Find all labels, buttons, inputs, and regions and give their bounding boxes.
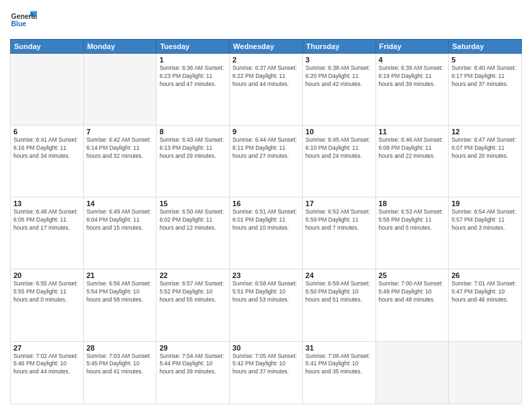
day-number: 15 — [159, 199, 226, 208]
calendar-table: Sunday Monday Tuesday Wednesday Thursday… — [10, 39, 522, 404]
logo: General Blue — [10, 7, 40, 34]
calendar-header-row: Sunday Monday Tuesday Wednesday Thursday… — [11, 40, 522, 54]
calendar-cell — [11, 54, 84, 126]
calendar-cell: 8Sunrise: 6:43 AM Sunset: 6:13 PM Daylig… — [157, 126, 230, 197]
day-info: Sunrise: 7:06 AM Sunset: 5:41 PM Dayligh… — [306, 353, 373, 377]
day-number: 23 — [232, 271, 300, 279]
day-info: Sunrise: 6:58 AM Sunset: 5:51 PM Dayligh… — [232, 280, 300, 304]
calendar-cell: 31Sunrise: 7:06 AM Sunset: 5:41 PM Dayli… — [302, 341, 375, 404]
calendar-cell: 25Sunrise: 7:00 AM Sunset: 5:49 PM Dayli… — [375, 269, 449, 341]
calendar-cell: 17Sunrise: 6:52 AM Sunset: 5:59 PM Dayli… — [302, 197, 375, 269]
day-info: Sunrise: 6:47 AM Sunset: 6:07 PM Dayligh… — [451, 136, 519, 161]
col-wednesday: Wednesday — [230, 40, 303, 54]
calendar-cell — [449, 341, 522, 404]
calendar-cell: 10Sunrise: 6:45 AM Sunset: 6:10 PM Dayli… — [302, 126, 375, 197]
calendar-cell: 1Sunrise: 6:36 AM Sunset: 6:23 PM Daylig… — [157, 54, 230, 126]
day-info: Sunrise: 6:49 AM Sunset: 6:04 PM Dayligh… — [87, 208, 154, 232]
calendar-cell — [375, 341, 449, 404]
calendar-cell: 15Sunrise: 6:50 AM Sunset: 6:02 PM Dayli… — [157, 197, 230, 269]
day-info: Sunrise: 6:36 AM Sunset: 6:23 PM Dayligh… — [159, 64, 226, 89]
calendar-cell: 9Sunrise: 6:44 AM Sunset: 6:11 PM Daylig… — [230, 126, 303, 197]
day-info: Sunrise: 7:03 AM Sunset: 5:45 PM Dayligh… — [87, 353, 154, 377]
day-info: Sunrise: 6:53 AM Sunset: 5:58 PM Dayligh… — [379, 208, 446, 232]
day-info: Sunrise: 6:40 AM Sunset: 6:17 PM Dayligh… — [451, 64, 519, 89]
logo-icon: General Blue — [10, 7, 37, 34]
page: General Blue Sunday Monday Tuesday Wedne… — [0, 0, 532, 411]
calendar-cell: 12Sunrise: 6:47 AM Sunset: 6:07 PM Dayli… — [449, 126, 522, 197]
calendar-cell: 18Sunrise: 6:53 AM Sunset: 5:58 PM Dayli… — [375, 197, 449, 269]
day-number: 14 — [87, 199, 154, 208]
day-number: 3 — [306, 56, 373, 64]
calendar-cell: 19Sunrise: 6:54 AM Sunset: 5:57 PM Dayli… — [449, 197, 522, 269]
calendar-cell: 29Sunrise: 7:04 AM Sunset: 5:44 PM Dayli… — [157, 341, 230, 404]
day-info: Sunrise: 6:59 AM Sunset: 5:50 PM Dayligh… — [306, 280, 373, 304]
col-tuesday: Tuesday — [157, 40, 230, 54]
calendar-cell: 27Sunrise: 7:02 AM Sunset: 5:46 PM Dayli… — [11, 341, 84, 404]
day-number: 11 — [379, 128, 446, 136]
day-number: 31 — [306, 344, 373, 352]
day-info: Sunrise: 7:05 AM Sunset: 5:42 PM Dayligh… — [232, 353, 300, 377]
col-saturday: Saturday — [449, 40, 522, 54]
day-number: 9 — [232, 128, 300, 136]
col-friday: Friday — [375, 40, 449, 54]
day-number: 29 — [159, 344, 226, 352]
day-info: Sunrise: 6:38 AM Sunset: 6:20 PM Dayligh… — [306, 64, 373, 89]
day-number: 10 — [306, 128, 373, 136]
day-number: 1 — [159, 56, 226, 64]
day-info: Sunrise: 6:37 AM Sunset: 6:22 PM Dayligh… — [232, 64, 300, 89]
day-number: 21 — [87, 271, 154, 279]
day-info: Sunrise: 6:44 AM Sunset: 6:11 PM Dayligh… — [232, 136, 300, 161]
calendar-cell: 5Sunrise: 6:40 AM Sunset: 6:17 PM Daylig… — [449, 54, 522, 126]
calendar-cell: 14Sunrise: 6:49 AM Sunset: 6:04 PM Dayli… — [83, 197, 157, 269]
day-info: Sunrise: 6:39 AM Sunset: 6:19 PM Dayligh… — [379, 64, 446, 89]
day-number: 4 — [379, 56, 446, 64]
day-number: 17 — [306, 199, 373, 208]
day-number: 6 — [13, 128, 81, 136]
col-thursday: Thursday — [302, 40, 375, 54]
day-info: Sunrise: 6:46 AM Sunset: 6:08 PM Dayligh… — [379, 136, 446, 161]
day-info: Sunrise: 7:02 AM Sunset: 5:46 PM Dayligh… — [13, 353, 81, 377]
day-info: Sunrise: 6:54 AM Sunset: 5:57 PM Dayligh… — [451, 208, 519, 232]
col-monday: Monday — [83, 40, 157, 54]
day-info: Sunrise: 7:04 AM Sunset: 5:44 PM Dayligh… — [159, 353, 226, 377]
calendar-cell: 2Sunrise: 6:37 AM Sunset: 6:22 PM Daylig… — [230, 54, 303, 126]
day-number: 18 — [379, 199, 446, 208]
calendar-cell: 26Sunrise: 7:01 AM Sunset: 5:47 PM Dayli… — [449, 269, 522, 341]
day-number: 13 — [13, 199, 81, 208]
day-number: 2 — [232, 56, 300, 64]
day-number: 22 — [159, 271, 226, 279]
day-number: 12 — [451, 128, 519, 136]
calendar-cell: 4Sunrise: 6:39 AM Sunset: 6:19 PM Daylig… — [375, 54, 449, 126]
calendar-cell: 21Sunrise: 6:56 AM Sunset: 5:54 PM Dayli… — [83, 269, 157, 341]
svg-text:Blue: Blue — [11, 20, 27, 28]
calendar-cell: 23Sunrise: 6:58 AM Sunset: 5:51 PM Dayli… — [230, 269, 303, 341]
day-info: Sunrise: 7:01 AM Sunset: 5:47 PM Dayligh… — [451, 280, 519, 304]
calendar-cell: 20Sunrise: 6:55 AM Sunset: 5:55 PM Dayli… — [11, 269, 84, 341]
day-info: Sunrise: 6:48 AM Sunset: 6:05 PM Dayligh… — [13, 208, 81, 232]
calendar-cell: 11Sunrise: 6:46 AM Sunset: 6:08 PM Dayli… — [375, 126, 449, 197]
day-number: 27 — [13, 344, 81, 352]
day-number: 16 — [232, 199, 300, 208]
calendar-cell: 30Sunrise: 7:05 AM Sunset: 5:42 PM Dayli… — [230, 341, 303, 404]
day-number: 28 — [87, 344, 154, 352]
calendar-cell: 3Sunrise: 6:38 AM Sunset: 6:20 PM Daylig… — [302, 54, 375, 126]
calendar-cell: 22Sunrise: 6:57 AM Sunset: 5:52 PM Dayli… — [157, 269, 230, 341]
day-info: Sunrise: 6:42 AM Sunset: 6:14 PM Dayligh… — [87, 136, 154, 161]
day-number: 5 — [451, 56, 519, 64]
day-info: Sunrise: 6:43 AM Sunset: 6:13 PM Dayligh… — [159, 136, 226, 161]
day-info: Sunrise: 7:00 AM Sunset: 5:49 PM Dayligh… — [379, 280, 446, 304]
calendar-cell: 6Sunrise: 6:41 AM Sunset: 6:16 PM Daylig… — [11, 126, 84, 197]
col-sunday: Sunday — [11, 40, 84, 54]
day-info: Sunrise: 6:57 AM Sunset: 5:52 PM Dayligh… — [159, 280, 226, 304]
day-number: 8 — [159, 128, 226, 136]
calendar-cell: 7Sunrise: 6:42 AM Sunset: 6:14 PM Daylig… — [83, 126, 157, 197]
day-info: Sunrise: 6:41 AM Sunset: 6:16 PM Dayligh… — [13, 136, 81, 161]
day-info: Sunrise: 6:56 AM Sunset: 5:54 PM Dayligh… — [87, 280, 154, 304]
calendar-cell: 24Sunrise: 6:59 AM Sunset: 5:50 PM Dayli… — [302, 269, 375, 341]
day-info: Sunrise: 6:55 AM Sunset: 5:55 PM Dayligh… — [13, 280, 81, 304]
day-info: Sunrise: 6:50 AM Sunset: 6:02 PM Dayligh… — [159, 208, 226, 232]
day-info: Sunrise: 6:51 AM Sunset: 6:01 PM Dayligh… — [232, 208, 300, 232]
day-number: 30 — [232, 344, 300, 352]
calendar-cell: 13Sunrise: 6:48 AM Sunset: 6:05 PM Dayli… — [11, 197, 84, 269]
day-info: Sunrise: 6:45 AM Sunset: 6:10 PM Dayligh… — [306, 136, 373, 161]
